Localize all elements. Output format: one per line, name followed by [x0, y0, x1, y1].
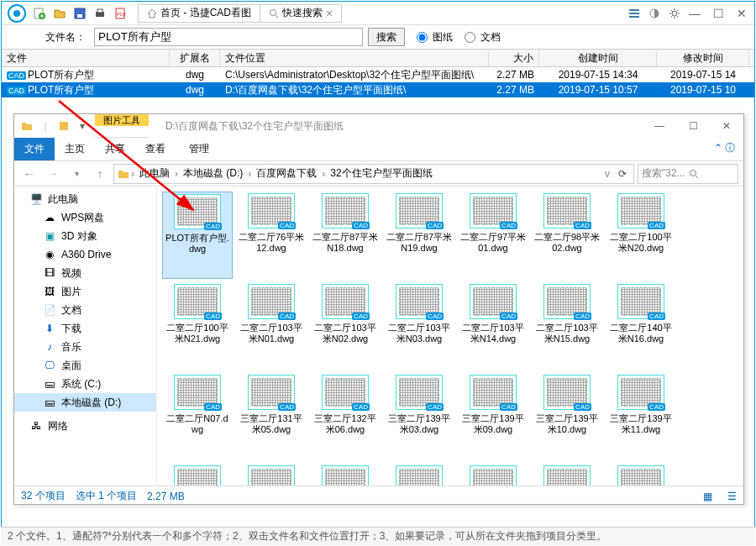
file-thumb[interactable]: CAD	[458, 464, 528, 486]
theme-icon[interactable]	[647, 6, 662, 21]
qat-toggle-icon[interactable]	[56, 118, 71, 134]
file-grid[interactable]: CADPLOT所有户型.dwgCAD二室二厅76平米12.dwgCAD二室二厅8…	[157, 186, 743, 486]
file-thumb[interactable]: CAD二室二厅87平米N19.dwg	[384, 192, 454, 279]
exp-close[interactable]: ✕	[710, 114, 743, 138]
crumb[interactable]: 本地磁盘 (D:)	[180, 166, 246, 181]
nav-drive-c[interactable]: 🖴系统 (C:)	[14, 375, 156, 393]
crumb[interactable]: 此电脑	[136, 166, 173, 181]
qat-dropdown-icon[interactable]: ▾	[75, 118, 90, 134]
result-row[interactable]: CADPLOT所有户型 dwg C:\Users\Administrator\D…	[2, 67, 754, 82]
ribbon-share[interactable]: 共享	[95, 138, 135, 160]
nav-network[interactable]: 🖧网络	[14, 417, 156, 435]
col-size[interactable]: 大小	[489, 50, 539, 66]
minimize-button[interactable]: —	[685, 4, 704, 23]
nav-a360[interactable]: ◉A360 Drive	[14, 245, 156, 264]
crumb[interactable]: 百度网盘下载	[253, 166, 320, 181]
file-thumb[interactable]: CAD三室二厅143平米N23.dwg	[310, 464, 381, 486]
file-thumb[interactable]: CAD二室二厅98平米02.dwg	[532, 192, 602, 279]
view-details-icon[interactable]: ☰	[727, 491, 737, 502]
cad-badge: CAD	[278, 403, 296, 411]
nav-up[interactable]: ↑	[90, 164, 110, 184]
nav-downloads[interactable]: ⬇下载	[14, 319, 156, 338]
tab-search[interactable]: 快速搜索 ×	[260, 5, 341, 22]
file-thumb[interactable]: CAD三室二厅131平米05.dwg	[236, 373, 307, 460]
col-ctime[interactable]: 创建时间	[539, 50, 657, 66]
file-thumb[interactable]: CAD	[606, 464, 676, 486]
file-thumb[interactable]: CADPLOT所有户型.dwg	[162, 192, 233, 279]
file-thumb[interactable]: CAD三室二厅132平米06.dwg	[310, 373, 381, 460]
address-field[interactable]: › 此电脑› 本地磁盘 (D:)› 百度网盘下载› 32个住宅户型平面图纸 v …	[113, 164, 634, 184]
refresh-icon[interactable]: ⟳	[615, 168, 630, 180]
menu-icon[interactable]	[627, 6, 642, 21]
col-mtime[interactable]: 修改时间	[657, 50, 749, 66]
nav-wps[interactable]: ☁WPS网盘	[14, 208, 156, 227]
address-dropdown[interactable]: v	[601, 168, 613, 180]
file-thumb[interactable]: CAD	[384, 464, 454, 486]
close-button[interactable]: ✕	[732, 4, 751, 23]
nav-3d[interactable]: ▣3D 对象	[14, 227, 156, 245]
exp-maximize[interactable]: ☐	[676, 114, 710, 138]
maximize-button[interactable]: ☐	[709, 4, 727, 23]
ribbon-manage[interactable]: 管理	[179, 138, 219, 160]
nav-pictures[interactable]: 🖼图片	[14, 282, 156, 301]
explorer-window: | ▾ 图片工具 D:\百度网盘下载\32个住宅户型平面图纸 — ☐ ✕ 文件 …	[13, 113, 744, 505]
col-loc[interactable]: 文件位置	[220, 50, 489, 66]
tab-close-icon[interactable]: ×	[326, 7, 333, 20]
file-thumb[interactable]: CAD三室二厅139平米10.dwg	[532, 373, 602, 460]
explorer-search[interactable]: 搜索"32...	[638, 164, 738, 184]
file-thumb[interactable]: CAD二室二厅N07.dwg	[162, 373, 233, 460]
print-icon[interactable]	[92, 6, 108, 21]
file-thumb[interactable]: CAD三室二厅139平米09.dwg	[458, 373, 528, 460]
col-ext[interactable]: 扩展名	[170, 50, 220, 66]
file-thumb[interactable]: CAD二室二厅87平米N18.dwg	[310, 192, 381, 279]
file-thumb[interactable]: CAD二室二厅76平米12.dwg	[236, 192, 307, 279]
file-thumb[interactable]: CAD二室二厅97平米01.dwg	[458, 192, 528, 279]
exp-minimize[interactable]: —	[643, 114, 676, 138]
result-row-selected[interactable]: CADPLOT所有户型 dwg D:\百度网盘下载\32个住宅户型平面图纸\ 2…	[2, 82, 754, 97]
explorer-titlebar[interactable]: | ▾ 图片工具 D:\百度网盘下载\32个住宅户型平面图纸 — ☐ ✕	[14, 114, 743, 138]
new-icon[interactable]	[32, 6, 47, 21]
file-thumb[interactable]: CAD二室二厅103平米N01.dwg	[236, 282, 307, 370]
file-thumb[interactable]: CAD二室二厅103平米N03.dwg	[384, 282, 454, 370]
tab-home[interactable]: 首页 - 迅捷CAD看图	[139, 5, 260, 22]
nav-this-pc[interactable]: 🖥️此电脑	[14, 190, 156, 208]
search-input[interactable]	[94, 28, 363, 46]
nav-videos[interactable]: 🎞视频	[14, 264, 156, 282]
file-thumb[interactable]: CAD二室二厅140平米N16.dwg	[606, 282, 676, 370]
nav-forward[interactable]: →	[43, 164, 63, 184]
file-thumb[interactable]: CAD三室二厅143平米08.dwg	[162, 464, 233, 486]
crumb[interactable]: 32个住宅户型平面图纸	[327, 166, 435, 181]
ribbon-view[interactable]: 查看	[135, 138, 176, 160]
file-label: 三室二厅139平米10.dwg	[533, 413, 601, 435]
pdf-icon[interactable]: PDF	[113, 6, 128, 21]
radio-drawing[interactable]: 图纸	[417, 30, 453, 45]
file-thumb[interactable]: CAD二室二厅103平米N14.dwg	[458, 282, 528, 370]
ribbon-home[interactable]: 主页	[55, 138, 95, 160]
file-label: 三室二厅139平米03.dwg	[386, 413, 453, 435]
nav-back[interactable]: ←	[19, 164, 39, 184]
ribbon-help-icon[interactable]: ⌃ ⓘ	[706, 138, 743, 160]
search-button[interactable]: 搜索	[368, 28, 405, 46]
nav-desktop[interactable]: 🖵桌面	[14, 356, 156, 375]
file-thumb[interactable]: CAD二室二厅103平米N02.dwg	[310, 282, 381, 370]
svg-point-12	[672, 11, 677, 16]
nav-music[interactable]: ♪音乐	[14, 338, 156, 356]
file-thumb[interactable]: CAD二室二厅103平米N15.dwg	[532, 282, 602, 370]
gear-icon[interactable]	[667, 6, 682, 21]
file-thumb[interactable]: CAD二室二厅100平米N20.dwg	[606, 192, 676, 279]
file-thumb[interactable]: CAD二室二厅100平米N21.dwg	[162, 282, 233, 370]
file-thumb[interactable]: CAD三室二厅139平米03.dwg	[384, 373, 454, 460]
radio-doc[interactable]: 文档	[465, 30, 501, 45]
file-thumb[interactable]: CAD三室二厅139平米11.dwg	[606, 373, 676, 460]
nav-documents[interactable]: 📄文档	[14, 301, 156, 319]
file-thumb[interactable]: CAD三室二厅143平米N22.dwg	[236, 464, 307, 486]
qat-folder-icon[interactable]	[19, 118, 34, 134]
nav-drive-d[interactable]: 🖴本地磁盘 (D:)	[14, 393, 156, 412]
ribbon-file[interactable]: 文件	[14, 138, 55, 160]
col-file[interactable]: 文件	[2, 50, 170, 66]
open-icon[interactable]	[52, 6, 67, 21]
nav-recent-dropdown[interactable]: ▾	[66, 164, 87, 184]
view-large-icon[interactable]: ▦	[703, 491, 712, 502]
save-icon[interactable]	[72, 6, 87, 21]
file-thumb[interactable]: CAD	[532, 464, 602, 486]
